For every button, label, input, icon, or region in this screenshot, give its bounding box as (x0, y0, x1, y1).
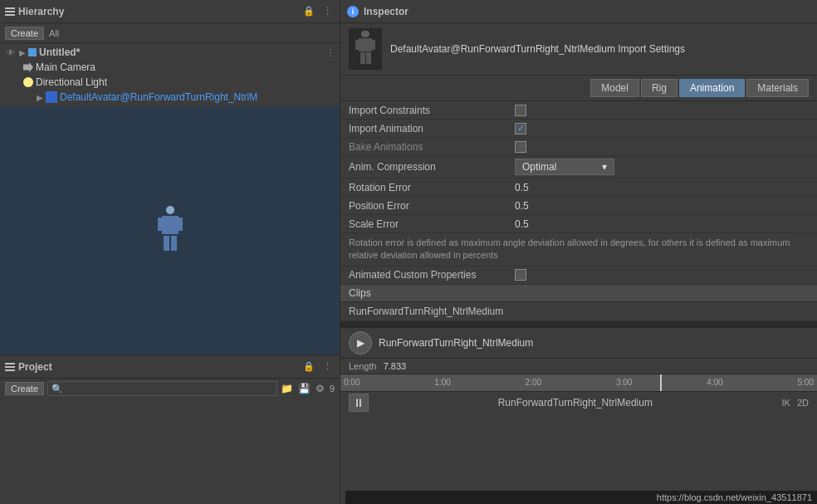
project-title-area: Project (5, 361, 52, 373)
position-error-value[interactable]: 0.5 (515, 200, 529, 212)
anim-preview-name: RunForwardTurnRight_NtrlMedium (379, 337, 533, 349)
anim-compression-dropdown[interactable]: Optimal ▾ (515, 159, 614, 175)
ruler-marks: 0:00 1:00 2:00 3:00 4:00 5:00 (344, 378, 814, 387)
project-section: Project 🔒 ⋮ Create 🔍 📁 💾 ⚙ 9 (0, 355, 340, 504)
project-menu-icon[interactable] (5, 363, 15, 371)
avatar-icon (46, 91, 57, 103)
scale-error-row: Scale Error 0.5 (340, 215, 817, 233)
inspector-icon: i (347, 6, 359, 17)
animated-custom-props-label: Animated Custom Properties (349, 269, 515, 281)
import-animation-label: Import Animation (349, 123, 515, 135)
scene-preview (0, 106, 340, 355)
search-icon: 🔍 (51, 384, 63, 394)
rotation-error-value[interactable]: 0.5 (515, 182, 529, 193)
rotation-error-row: Rotation Error 0.5 (340, 179, 817, 197)
untitled-label: Untitled* (39, 46, 80, 58)
directional-light-label: Directional Light (36, 76, 107, 88)
play-button[interactable]: ▶ (349, 331, 372, 355)
clip-row-0[interactable]: RunForwardTurnRight_NtrlMedium (340, 302, 817, 321)
bake-animations-label: Bake Animations (349, 141, 515, 153)
anim-preview: ▶ RunForwardTurnRight_NtrlMedium (340, 328, 817, 359)
light-icon (23, 77, 33, 87)
avatar-expand-arrow[interactable]: ▶ (37, 93, 43, 102)
tree-item-main-camera[interactable]: Main Camera (0, 60, 340, 75)
right-panel: i Inspector DefaultAvatar@RunForwardTurn… (340, 0, 817, 504)
project-create-button[interactable]: Create (5, 382, 44, 395)
asset-header: DefaultAvatar@RunForwardTurnRight_NtrlMe… (340, 23, 817, 76)
import-constraints-row: Import Constraints (340, 101, 817, 120)
save-icon[interactable]: 💾 (298, 383, 311, 394)
tree-item-directional-light[interactable]: Directional Light (0, 75, 340, 90)
animated-custom-props-row: Animated Custom Properties (340, 267, 817, 285)
anim-compression-row: Anim. Compression Optimal ▾ (340, 156, 817, 179)
tab-rig[interactable]: Rig (641, 79, 678, 97)
rotation-note: Rotation error is defined as maximum ang… (340, 233, 817, 267)
tree-item-default-avatar[interactable]: ▶ DefaultAvatar@RunForwardTurnRight_Ntrl… (0, 90, 340, 105)
project-lock-icon[interactable]: 🔒 (301, 360, 317, 373)
untitled-menu[interactable]: ⋮ (326, 48, 335, 57)
import-constraints-label: Import Constraints (349, 105, 515, 116)
anim-compression-label: Anim. Compression (349, 161, 515, 173)
asset-title: DefaultAvatar@RunForwardTurnRight_NtrlMe… (390, 43, 685, 55)
inspector-header: i Inspector (340, 0, 817, 23)
hierarchy-panel-title: Hierarchy (18, 6, 64, 17)
hierarchy-create-button[interactable]: Create (5, 27, 44, 40)
section-divider (340, 321, 817, 328)
project-search[interactable]: 🔍 (47, 381, 277, 396)
hierarchy-title: Hierarchy (5, 6, 64, 17)
svg-rect-0 (166, 206, 174, 214)
length-label: Length (349, 361, 377, 371)
bake-animations-row: Bake Animations (340, 138, 817, 156)
timeline-info: Length 7.833 (340, 359, 817, 374)
dropdown-arrow: ▾ (602, 161, 607, 173)
hierarchy-tree: 👁 ▶ Untitled* ⋮ Main Camera Directional … (0, 43, 340, 106)
svg-rect-6 (361, 31, 369, 37)
asset-thumbnail (349, 28, 382, 70)
eye-icon[interactable]: 👁 (7, 48, 17, 57)
mark-3: 3:00 (616, 378, 632, 387)
import-animation-checkbox[interactable] (515, 123, 526, 135)
pause-button[interactable]: ⏸ (349, 394, 369, 412)
playback-controls: ⏸ (349, 394, 369, 412)
url-text: https://blog.csdn.net/weixin_43511871 (657, 492, 812, 502)
scale-error-value[interactable]: 0.5 (515, 218, 529, 230)
mark-1: 1:00 (434, 378, 450, 387)
tab-materials[interactable]: Materials (746, 79, 809, 97)
lock-icon[interactable]: 🔒 (301, 5, 317, 17)
hierarchy-menu-icon[interactable] (5, 7, 15, 16)
project-action-icons: 📁 💾 ⚙ 9 (281, 383, 335, 394)
pause-icon: ⏸ (353, 396, 364, 409)
bake-animations-checkbox[interactable] (515, 141, 526, 153)
character-silhouette (154, 206, 187, 256)
mark-0: 0:00 (344, 378, 360, 387)
expand-arrow[interactable]: ▶ (19, 48, 26, 57)
tabs-row: Model Rig Animation Materials (340, 76, 817, 101)
folder-icon[interactable]: 📁 (281, 383, 293, 394)
scale-error-label: Scale Error (349, 218, 515, 230)
import-constraints-checkbox[interactable] (515, 105, 526, 116)
timeline-ruler[interactable]: 0:00 1:00 2:00 3:00 4:00 5:00 (340, 374, 817, 391)
tree-item-untitled[interactable]: 👁 ▶ Untitled* ⋮ (0, 45, 340, 60)
mark-4: 4:00 (707, 378, 722, 387)
play-icon: ▶ (357, 337, 364, 349)
bottom-clip-name: RunForwardTurnRight_NtrlMedium (498, 397, 653, 409)
settings-icon[interactable]: ⚙ (316, 383, 325, 394)
project-header: Project 🔒 ⋮ (0, 355, 340, 379)
position-error-label: Position Error (349, 200, 515, 212)
clip-name-0: RunForwardTurnRight_NtrlMedium (349, 306, 503, 317)
animated-custom-props-checkbox[interactable] (515, 269, 526, 281)
svg-rect-2 (158, 218, 164, 231)
project-more-icon[interactable]: ⋮ (320, 360, 335, 373)
mark-5: 5:00 (797, 378, 813, 387)
hierarchy-all-label: All (49, 28, 59, 38)
bottom-bar: ⏸ RunForwardTurnRight_NtrlMedium IK 2D (340, 391, 817, 414)
tab-animation[interactable]: Animation (679, 79, 745, 97)
tab-model[interactable]: Model (590, 79, 639, 97)
clips-header: Clips (340, 285, 817, 302)
more-icon[interactable]: ⋮ (320, 5, 335, 17)
svg-rect-10 (360, 52, 365, 64)
project-toolbar: Create 🔍 📁 💾 ⚙ 9 (0, 379, 340, 399)
hierarchy-toolbar: Create All (0, 23, 340, 43)
rotation-error-label: Rotation Error (349, 182, 515, 193)
svg-rect-1 (162, 216, 179, 234)
